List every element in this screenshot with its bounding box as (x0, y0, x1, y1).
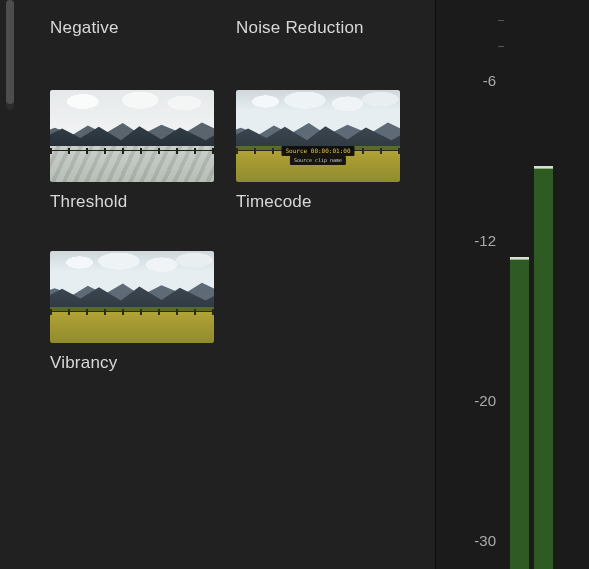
effect-label: Vibrancy (50, 353, 214, 373)
effect-thumbnail (50, 90, 214, 182)
db-label: -30 (456, 532, 496, 549)
effect-item-noise-reduction[interactable]: Noise Reduction (236, 8, 400, 38)
effect-thumbnail: Source 00:00:01:00 Source clip name (236, 90, 400, 182)
meter-peak-left (510, 257, 529, 259)
effect-item-timecode[interactable]: Source 00:00:01:00 Source clip name Time… (236, 90, 400, 212)
effect-label: Threshold (50, 192, 214, 212)
effect-label: Noise Reduction (236, 18, 400, 38)
scrollbar-thumb[interactable] (6, 0, 14, 104)
timecode-overlay-line1: Source 00:00:01:00 (281, 146, 354, 156)
effects-grid: Negative Noise Reduction Threshold Sourc… (50, 0, 415, 373)
effect-item-negative[interactable]: Negative (50, 8, 214, 38)
effects-browser-panel: Negative Noise Reduction Threshold Sourc… (0, 0, 435, 569)
effect-label: Timecode (236, 192, 400, 212)
meter-peak-right (534, 166, 553, 168)
db-label: -6 (456, 72, 496, 89)
effect-label: Negative (50, 18, 214, 38)
effect-thumbnail (50, 251, 214, 343)
db-label: -20 (456, 392, 496, 409)
db-label: -12 (456, 232, 496, 249)
audio-meter-panel: -6 -12 -20 -30 (435, 0, 589, 569)
meter-lane (504, 0, 589, 569)
timecode-overlay-line2: Source clip name (290, 156, 346, 165)
effect-item-threshold[interactable]: Threshold (50, 90, 214, 212)
effect-item-vibrancy[interactable]: Vibrancy (50, 251, 214, 373)
meter-bar-left (510, 259, 529, 569)
meter-bar-right (534, 168, 553, 569)
